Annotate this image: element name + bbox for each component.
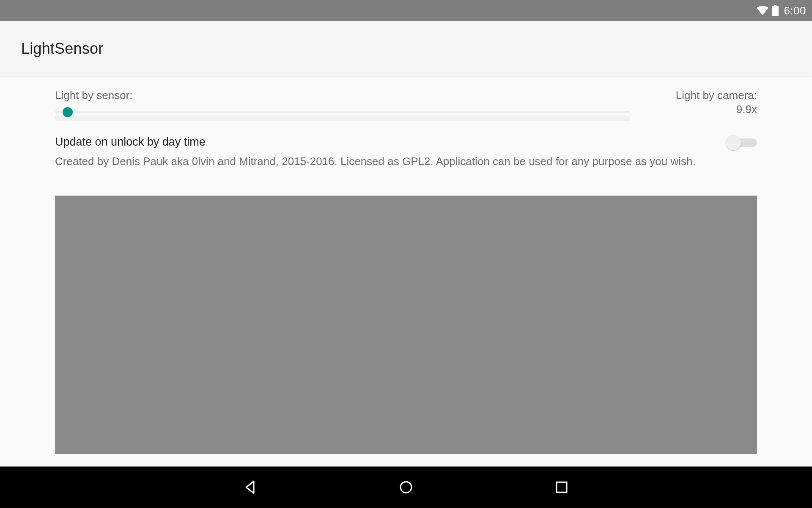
content-area: Light by sensor: Light by camera: 9.9x U…	[0, 76, 812, 454]
light-camera-value: 9.9x	[647, 103, 757, 116]
update-unlock-setting[interactable]: Update on unlock by day time Created by …	[55, 134, 757, 170]
light-camera-label: Light by camera:	[647, 89, 757, 102]
app-title: LightSensor	[21, 40, 103, 58]
switch-knob	[726, 135, 741, 150]
setting-title: Update on unlock by day time	[55, 134, 714, 149]
app-bar: LightSensor	[0, 21, 812, 76]
navigation-bar	[0, 467, 812, 508]
update-unlock-switch[interactable]	[727, 135, 757, 150]
wifi-icon	[757, 6, 768, 15]
light-readings-row: Light by sensor: Light by camera: 9.9x	[55, 76, 757, 119]
setting-text: Update on unlock by day time Created by …	[55, 134, 714, 170]
slider-thumb[interactable]	[63, 107, 73, 117]
battery-icon	[772, 5, 779, 16]
svg-point-2	[401, 482, 411, 493]
svg-rect-1	[772, 6, 779, 16]
slider-track	[55, 111, 630, 113]
slider-track-secondary	[55, 116, 630, 121]
setting-description: Created by Denis Pauk aka 0lvin and Mitr…	[55, 153, 714, 170]
svg-rect-0	[774, 5, 776, 6]
status-bar: 6:00	[0, 0, 812, 21]
preview-panel	[55, 196, 757, 454]
status-time: 6:00	[784, 4, 806, 17]
light-sensor-section: Light by sensor:	[55, 89, 630, 119]
light-sensor-label: Light by sensor:	[55, 89, 630, 102]
recents-button[interactable]	[551, 477, 572, 497]
svg-rect-3	[557, 482, 567, 492]
light-camera-section: Light by camera: 9.9x	[647, 89, 757, 116]
light-sensor-slider[interactable]	[55, 104, 630, 119]
home-button[interactable]	[396, 477, 416, 497]
back-button[interactable]	[240, 477, 261, 497]
